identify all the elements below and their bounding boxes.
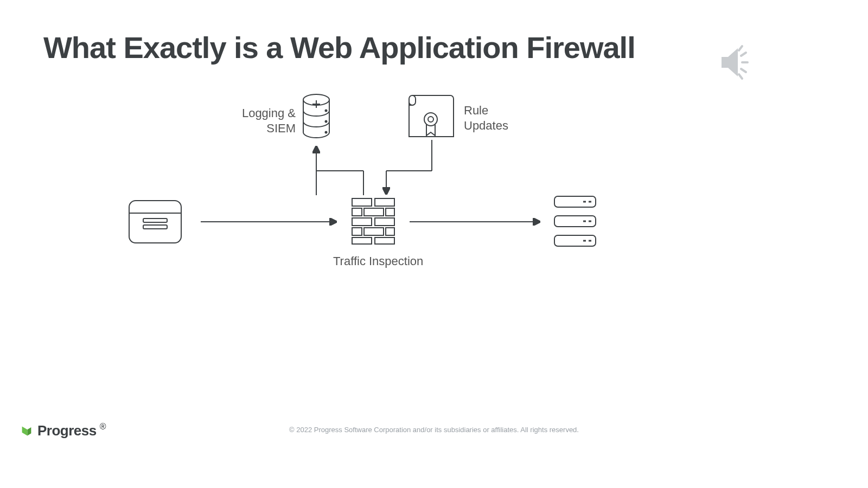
svg-point-33 <box>326 132 327 133</box>
svg-point-38 <box>428 117 433 122</box>
browser-icon <box>129 201 181 243</box>
svg-point-31 <box>326 110 327 112</box>
certificate-icon <box>409 95 454 137</box>
database-icon <box>303 94 329 138</box>
trademark: ® <box>100 422 106 432</box>
svg-line-45 <box>739 46 742 50</box>
progress-mark-icon <box>19 423 34 439</box>
svg-rect-2 <box>143 219 167 222</box>
svg-point-32 <box>326 121 327 123</box>
svg-rect-11 <box>352 218 372 226</box>
svg-line-44 <box>741 69 746 72</box>
speaker-icon <box>716 41 760 84</box>
copyright-text: © 2022 Progress Software Corporation and… <box>0 426 868 434</box>
traffic-inspection-label: Traffic Inspection <box>333 254 423 269</box>
svg-rect-13 <box>352 228 362 235</box>
svg-rect-15 <box>386 228 394 235</box>
svg-rect-12 <box>375 218 394 226</box>
svg-rect-7 <box>375 198 394 206</box>
svg-line-43 <box>741 53 746 56</box>
logging-label: Logging &SIEM <box>217 106 296 136</box>
firewall-icon <box>352 198 394 244</box>
rule-updates-label: RuleUpdates <box>464 103 508 133</box>
servers-icon <box>554 196 596 246</box>
progress-logo: Progress ® <box>19 422 106 439</box>
svg-line-46 <box>739 74 742 79</box>
svg-point-37 <box>424 113 437 126</box>
progress-brand-text: Progress <box>37 422 97 439</box>
svg-rect-6 <box>352 198 372 206</box>
svg-rect-16 <box>352 237 372 244</box>
svg-rect-10 <box>386 208 394 216</box>
svg-rect-3 <box>143 225 167 229</box>
svg-rect-8 <box>352 208 362 216</box>
svg-rect-9 <box>364 208 384 216</box>
svg-rect-14 <box>364 228 384 235</box>
svg-rect-17 <box>375 237 394 244</box>
